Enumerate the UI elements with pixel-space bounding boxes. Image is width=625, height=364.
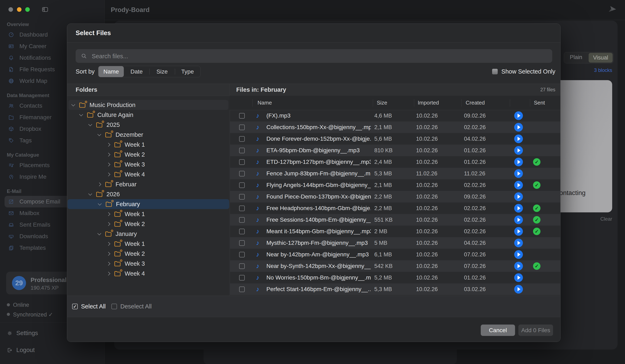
file-checkbox[interactable]: [239, 275, 245, 280]
play-button[interactable]: [514, 239, 523, 247]
tree-node-week-2[interactable]: ⚙Week 2: [67, 219, 230, 229]
play-button[interactable]: [514, 146, 523, 155]
sort-option-size[interactable]: Size: [149, 66, 175, 77]
send-plane-icon[interactable]: [608, 5, 617, 14]
select-all-label[interactable]: Select All: [81, 303, 106, 310]
tree-node-week-1[interactable]: ⚙Week 1: [67, 239, 230, 249]
play-button[interactable]: [514, 192, 523, 201]
blocks-count-link[interactable]: 3 blocks: [594, 67, 612, 73]
tree-node-week-3[interactable]: ⚙Week 3: [67, 259, 230, 269]
tree-node-february[interactable]: ⚙February: [67, 199, 229, 209]
tree-node-februar[interactable]: ⚙Februar: [67, 179, 230, 189]
deselect-all-label[interactable]: Deselect All: [120, 303, 152, 310]
sort-option-date[interactable]: Date: [124, 66, 149, 77]
file-checkbox[interactable]: [239, 263, 245, 269]
show-selected-checkbox[interactable]: [492, 69, 498, 74]
tree-node-music-production[interactable]: ⚙Music Production: [68, 100, 228, 110]
file-checkbox[interactable]: [239, 148, 245, 153]
column-header-name[interactable]: Name: [257, 96, 272, 110]
play-button[interactable]: [514, 181, 523, 189]
tree-node-label: February: [116, 201, 140, 208]
play-button[interactable]: [514, 215, 523, 224]
play-button[interactable]: [514, 250, 523, 259]
tree-node-week-1[interactable]: ⚙Week 1: [67, 140, 230, 150]
play-button[interactable]: [514, 169, 523, 178]
music-note-icon: ♪: [256, 179, 259, 191]
cancel-button[interactable]: Cancel: [481, 325, 515, 336]
file-checkbox[interactable]: [239, 252, 245, 257]
toggle-visual[interactable]: Visual: [589, 53, 613, 62]
tree-node-week-1[interactable]: ⚙Week 1: [67, 209, 230, 219]
chevron-down-icon[interactable]: [97, 233, 101, 235]
chevron-down-icon[interactable]: [71, 104, 75, 106]
chevron-right-icon[interactable]: [106, 223, 111, 225]
tree-node-2026[interactable]: ⚙2026: [67, 189, 230, 199]
play-button[interactable]: [514, 262, 523, 271]
chevron-down-icon[interactable]: [79, 114, 83, 116]
play-button[interactable]: [514, 134, 523, 143]
file-checkbox[interactable]: [239, 113, 245, 119]
file-size: 5,6 MB: [374, 133, 414, 145]
search-bar: [76, 49, 552, 63]
sort-option-type[interactable]: Type: [175, 66, 200, 77]
play-button[interactable]: [514, 273, 523, 282]
chevron-right-icon[interactable]: [106, 262, 111, 265]
column-header-imported[interactable]: Imported: [418, 96, 439, 110]
chevron-right-icon[interactable]: [97, 183, 101, 186]
tree-node-2025[interactable]: ⚙2025: [67, 120, 230, 130]
chevron-right-icon[interactable]: [106, 213, 111, 215]
tree-node-week-2[interactable]: ⚙Week 2: [67, 249, 230, 259]
file-checkbox[interactable]: [239, 182, 245, 188]
file-checkbox[interactable]: [239, 240, 245, 246]
chevron-right-icon[interactable]: [106, 243, 111, 245]
play-button[interactable]: [514, 204, 523, 212]
chevron-right-icon[interactable]: [106, 143, 111, 146]
clear-link[interactable]: Clear: [600, 216, 612, 222]
column-header-sent[interactable]: Sent: [534, 96, 545, 110]
chevron-down-icon[interactable]: [97, 203, 102, 206]
play-button[interactable]: [514, 285, 523, 294]
file-checkbox[interactable]: [239, 206, 245, 211]
file-checkbox[interactable]: [239, 171, 245, 177]
file-checkbox[interactable]: [239, 229, 245, 234]
show-selected-group[interactable]: Show Selected Only: [492, 66, 555, 77]
column-header-created[interactable]: Created: [466, 96, 485, 110]
add-files-button[interactable]: Add 0 Files: [518, 325, 553, 336]
column-header-size[interactable]: Size: [377, 96, 387, 110]
tree-node-week-3[interactable]: ⚙Week 3: [67, 159, 230, 169]
chevron-down-icon[interactable]: [88, 193, 92, 196]
sidebar-item-settings[interactable]: Settings: [7, 330, 38, 336]
chevron-down-icon[interactable]: [97, 133, 101, 136]
tree-node-dezember[interactable]: ⚙Dezember: [67, 130, 230, 140]
file-size: 551 KB: [374, 214, 414, 226]
play-button[interactable]: [514, 158, 523, 166]
file-checkbox[interactable]: [239, 287, 245, 292]
file-checkbox[interactable]: [239, 159, 245, 165]
search-input[interactable]: [91, 49, 547, 63]
music-note-icon: ♪: [256, 133, 259, 145]
select-all-checkbox[interactable]: ✓: [72, 304, 78, 309]
chevron-down-icon[interactable]: [88, 123, 92, 126]
file-checkbox[interactable]: [239, 136, 245, 142]
chevron-right-icon[interactable]: [106, 252, 111, 255]
chevron-right-icon[interactable]: [106, 153, 111, 156]
file-checkbox[interactable]: [239, 217, 245, 223]
play-button[interactable]: [514, 123, 523, 132]
file-checkbox[interactable]: [239, 124, 245, 130]
chevron-right-icon[interactable]: [106, 272, 111, 275]
tree-node-culture-again[interactable]: ⚙Culture Again: [67, 110, 230, 120]
play-button[interactable]: [514, 111, 523, 120]
tree-node-week-4[interactable]: ⚙Week 4: [67, 269, 230, 278]
file-imported: 10.02.26: [416, 110, 462, 121]
file-checkbox[interactable]: [239, 194, 245, 200]
sidebar-item-logout[interactable]: Logout: [7, 347, 35, 354]
tree-node-week-4[interactable]: ⚙Week 4: [67, 169, 230, 179]
deselect-all-checkbox[interactable]: [111, 304, 117, 309]
toggle-plain[interactable]: Plain: [564, 52, 588, 63]
tree-node-january[interactable]: ⚙January: [67, 229, 230, 239]
tree-node-week-2[interactable]: ⚙Week 2: [67, 150, 230, 159]
play-button[interactable]: [514, 227, 523, 236]
sort-option-name[interactable]: Name: [98, 66, 124, 77]
chevron-right-icon[interactable]: [106, 163, 111, 166]
chevron-right-icon[interactable]: [106, 173, 111, 176]
